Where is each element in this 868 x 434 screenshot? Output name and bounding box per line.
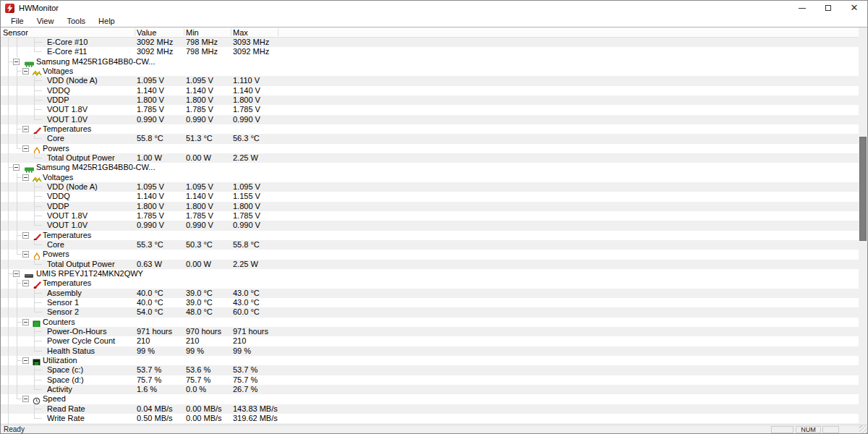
column-divider[interactable]: [184, 28, 184, 36]
tree-row-voltages[interactable]: Voltages: [1, 173, 860, 182]
scrollbar-thumb[interactable]: [859, 137, 867, 241]
minimize-button[interactable]: [789, 1, 815, 15]
expand-toggle[interactable]: [22, 145, 29, 152]
column-divider[interactable]: [135, 28, 135, 36]
resize-grip[interactable]: [859, 425, 867, 433]
tree-row-core[interactable]: Core55.8 °C51.3 °C56.3 °C: [1, 134, 860, 143]
tree-line: [8, 221, 9, 230]
menu-tools[interactable]: Tools: [60, 17, 92, 25]
tree-row-vddp[interactable]: VDDP1.800 V1.800 V1.800 V: [1, 202, 860, 211]
column-header-value[interactable]: Value: [137, 28, 156, 37]
tree-row-sensor-2[interactable]: Sensor 254.0 °C48.0 °C60.0 °C: [1, 307, 860, 317]
tree-line: [35, 418, 42, 419]
tree-row-total-output-power[interactable]: Total Output Power1.00 W0.00 W2.25 W: [1, 153, 860, 163]
tree-row-total-output-power[interactable]: Total Output Power0.63 W0.00 W2.25 W: [1, 260, 860, 269]
expand-toggle[interactable]: [22, 280, 29, 286]
column-header-max[interactable]: Max: [233, 28, 248, 37]
tree-row-vout-1-0v[interactable]: VOUT 1.0V0.990 V0.990 V0.990 V: [1, 221, 860, 230]
column-divider[interactable]: [278, 28, 278, 36]
expand-toggle[interactable]: [22, 319, 29, 326]
menu-file[interactable]: File: [4, 17, 30, 25]
tree-row-powers[interactable]: Powers: [1, 250, 860, 259]
tree-row-power-on-hours[interactable]: Power-On-Hours971 hours970 hours971 hour…: [1, 327, 860, 336]
tree-line: [17, 192, 17, 201]
tree-line: [17, 221, 17, 230]
tree-line: [8, 173, 9, 182]
expand-toggle[interactable]: [13, 164, 20, 171]
temperature-icon: [33, 231, 42, 239]
tree-row-sensor-1[interactable]: Sensor 140.0 °C39.0 °C43.0 °C: [1, 298, 860, 307]
tree-row-counters[interactable]: Counters: [1, 318, 860, 327]
expand-toggle[interactable]: [13, 59, 20, 65]
sensor-label: Space (c:): [47, 365, 83, 375]
expand-toggle[interactable]: [22, 396, 29, 402]
vertical-scrollbar[interactable]: [859, 27, 867, 426]
tree-row-samsung-m425r1gb4bb0-cw[interactable]: Samsung M425R1GB4BB0-CW...: [1, 57, 860, 67]
expand-toggle[interactable]: [22, 357, 29, 364]
window-title: HWMonitor: [19, 4, 59, 12]
group-label: Temperatures: [43, 124, 91, 134]
maximize-button[interactable]: [815, 1, 841, 15]
column-divider[interactable]: [231, 28, 231, 36]
tree-row-e-core-10[interactable]: E-Core #103092 MHz798 MHz3093 MHz: [1, 38, 860, 47]
close-icon: ✕: [851, 4, 859, 12]
min-cell: 0.990 V: [186, 115, 213, 124]
tree-row-speed[interactable]: Speed: [1, 394, 860, 404]
tree-line: [35, 42, 42, 43]
tree-row-activity[interactable]: Activity1.6 %0.0 %26.7 %: [1, 385, 860, 394]
tree-line: [35, 100, 42, 101]
tree-row-temperatures[interactable]: Temperatures: [1, 278, 860, 288]
expand-toggle[interactable]: [22, 232, 29, 239]
tree-row-temperatures[interactable]: Temperatures: [1, 124, 860, 134]
max-cell: 60.0 °C: [233, 307, 260, 317]
expand-toggle[interactable]: [22, 251, 29, 258]
expand-toggle[interactable]: [13, 271, 20, 277]
tree-row-powers[interactable]: Powers: [1, 144, 860, 153]
tree-row-vout-1-8v[interactable]: VOUT 1.8V1.785 V1.785 V1.785 V: [1, 105, 860, 114]
tree-row-read-rate[interactable]: Read Rate0.04 MB/s0.00 MB/s143.83 MB/s: [1, 404, 860, 414]
close-button[interactable]: ✕: [841, 1, 867, 15]
max-cell: 75.7 %: [233, 375, 258, 385]
tree-row-temperatures[interactable]: Temperatures: [1, 231, 860, 240]
tree-line: [17, 47, 17, 56]
expand-toggle[interactable]: [22, 174, 29, 181]
tree-row-e-core-11[interactable]: E-Core #113092 MHz798 MHz3092 MHz: [1, 47, 860, 56]
expand-toggle[interactable]: [22, 126, 29, 132]
title-bar[interactable]: HWMonitor ✕: [1, 1, 867, 15]
tree-row-write-rate[interactable]: Write Rate0.50 MB/s0.00 MB/s319.62 MB/s: [1, 414, 860, 423]
tree-line: [8, 124, 9, 134]
sensor-label: Space (d:): [47, 375, 84, 385]
tree-row-samsung-m425r1gb4bb0-cw[interactable]: Samsung M425R1GB4BB0-CW...: [1, 163, 860, 172]
tree-row-voltages[interactable]: Voltages: [1, 67, 860, 76]
tree-row-space-c[interactable]: Space (c:)53.7 %53.6 %53.7 %: [1, 365, 860, 375]
tree-row-vdd-node-a[interactable]: VDD (Node A)1.095 V1.095 V1.095 V: [1, 182, 860, 192]
tree-row-vddp[interactable]: VDDP1.800 V1.800 V1.800 V: [1, 95, 860, 105]
tree-line: [17, 307, 17, 317]
column-header-min[interactable]: Min: [186, 28, 199, 37]
tree-row-assembly[interactable]: Assembly40.0 °C39.0 °C43.0 °C: [1, 289, 860, 298]
value-cell: 0.990 V: [137, 221, 164, 230]
menu-help[interactable]: Help: [92, 17, 122, 25]
value-cell: 55.3 °C: [137, 240, 163, 250]
tree-line: [17, 360, 22, 361]
menu-view[interactable]: View: [30, 17, 61, 25]
min-cell: 1.800 V: [186, 202, 213, 211]
column-header-sensor[interactable]: Sensor: [3, 28, 28, 37]
tree-line: [17, 399, 22, 399]
tree-row-space-d[interactable]: Space (d:)75.7 %75.7 %75.7 %: [1, 375, 860, 385]
tree-row-vout-1-0v[interactable]: VOUT 1.0V0.990 V0.990 V0.990 V: [1, 115, 860, 124]
tree-row-vddq[interactable]: VDDQ1.140 V1.140 V1.155 V: [1, 192, 860, 201]
tree-row-vdd-node-a[interactable]: VDD (Node A)1.095 V1.095 V1.110 V: [1, 76, 860, 85]
min-cell: 1.800 V: [186, 95, 213, 105]
expand-toggle[interactable]: [22, 68, 29, 75]
tree-row-power-cycle-count[interactable]: Power Cycle Count210210210: [1, 336, 860, 346]
tree-row-core[interactable]: Core55.3 °C50.3 °C55.8 °C: [1, 240, 860, 250]
min-cell: 99 %: [186, 346, 204, 356]
tree-row-utilization[interactable]: Utilization: [1, 356, 860, 365]
tree-row-health-status[interactable]: Health Status99 %99 %99 %: [1, 346, 860, 356]
tree-line: [35, 389, 42, 390]
tree-row-umis-rpeyj1t24mkn2qwy[interactable]: UMIS RPEYJ1T24MKN2QWY: [1, 269, 860, 278]
tree-line: [35, 158, 42, 158]
tree-row-vout-1-8v[interactable]: VOUT 1.8V1.785 V1.785 V1.785 V: [1, 211, 860, 221]
tree-row-vddq[interactable]: VDDQ1.140 V1.140 V1.140 V: [1, 86, 860, 95]
